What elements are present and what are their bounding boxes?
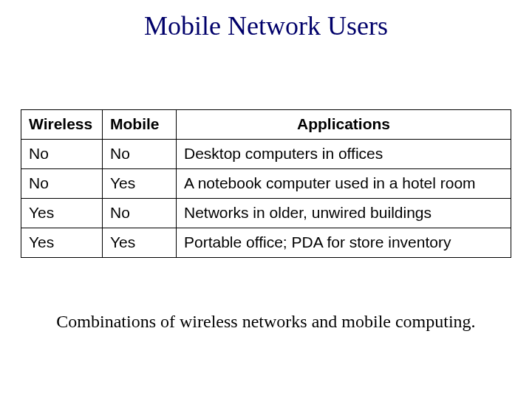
cell-mobile: Yes — [103, 228, 177, 258]
cell-wireless: No — [21, 169, 103, 199]
cell-mobile: No — [103, 199, 177, 228]
cell-wireless: Yes — [21, 228, 103, 258]
cell-mobile: Yes — [103, 169, 177, 199]
caption: Combinations of wireless networks and mo… — [0, 312, 532, 332]
cell-wireless: Yes — [21, 199, 103, 228]
table-row: No Yes A notebook computer used in a hot… — [21, 169, 511, 199]
table-row: No No Desktop computers in offices — [21, 140, 511, 169]
slide: Mobile Network Users Wireless Mobile App… — [0, 0, 532, 399]
col-header-mobile: Mobile — [103, 110, 177, 140]
cell-app: Networks in older, unwired buildings — [177, 199, 511, 228]
table-row: Yes Yes Portable office; PDA for store i… — [21, 228, 511, 258]
cell-app: Desktop computers in offices — [177, 140, 511, 169]
table-header-row: Wireless Mobile Applications — [21, 110, 511, 140]
cell-mobile: No — [103, 140, 177, 169]
col-header-wireless: Wireless — [21, 110, 103, 140]
page-title: Mobile Network Users — [0, 10, 532, 41]
table-row: Yes No Networks in older, unwired buildi… — [21, 199, 511, 228]
col-header-applications: Applications — [177, 110, 511, 140]
table-container: Wireless Mobile Applications No No Deskt… — [21, 109, 511, 258]
cell-app: Portable office; PDA for store inventory — [177, 228, 511, 258]
combinations-table: Wireless Mobile Applications No No Deskt… — [21, 109, 511, 258]
cell-wireless: No — [21, 140, 103, 169]
cell-app: A notebook computer used in a hotel room — [177, 169, 511, 199]
